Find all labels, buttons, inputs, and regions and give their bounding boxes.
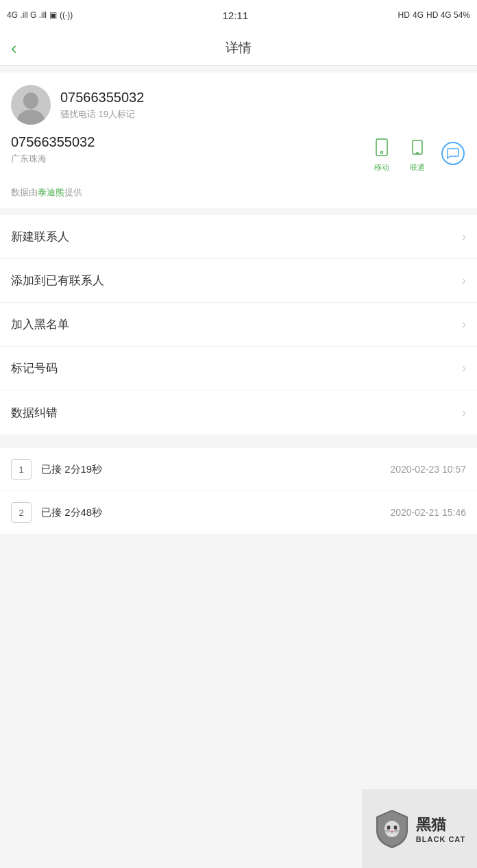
menu-item-label: 数据纠错 bbox=[11, 405, 58, 421]
blackcat-watermark: 黑猫 BLACK CAT bbox=[362, 789, 477, 868]
blackcat-shield-icon bbox=[374, 808, 411, 850]
call-mobile-button[interactable]: 移动 bbox=[369, 134, 395, 173]
call-date: 2020-02-21 15:46 bbox=[390, 507, 466, 518]
menu-list: 新建联系人 › 添加到已有联系人 › 加入黑名单 › 标记号码 › 数据纠错 › bbox=[0, 215, 477, 434]
unicom-icon-wrap bbox=[404, 134, 430, 160]
data-source-prefix: 数据由 bbox=[11, 187, 38, 197]
wifi-icon: ((·)) bbox=[60, 10, 73, 20]
signal-info: 4G .ill G .ill ▣ ((·)) bbox=[7, 10, 73, 20]
menu-item-label: 标记号码 bbox=[11, 360, 58, 376]
menu-item-label: 加入黑名单 bbox=[11, 317, 69, 332]
chevron-right-icon: › bbox=[462, 361, 466, 375]
menu-item[interactable]: 新建联系人 › bbox=[0, 215, 477, 259]
section-gap-1 bbox=[0, 208, 477, 215]
call-index-badge: 1 bbox=[11, 459, 32, 480]
svg-point-6 bbox=[387, 826, 390, 830]
nav-bar: ‹ 详情 bbox=[0, 30, 477, 66]
data-provider-link[interactable]: 泰迪熊 bbox=[38, 187, 64, 197]
sim-icon: ▣ bbox=[49, 10, 57, 20]
blackcat-inner: 黑猫 BLACK CAT bbox=[362, 789, 477, 868]
unicom-label: 联通 bbox=[410, 162, 425, 173]
call-action-icons: 移动 联通 bbox=[369, 134, 466, 173]
hd-label: HD bbox=[398, 10, 410, 20]
call-date: 2020-02-23 10:57 bbox=[390, 464, 466, 475]
chevron-right-icon: › bbox=[462, 317, 466, 332]
blackcat-english-name: BLACK CAT bbox=[416, 835, 465, 843]
contact-card: 07566355032 骚扰电话 19人标记 07566355032 广东珠海 … bbox=[0, 73, 477, 208]
network-label: 4G bbox=[413, 10, 424, 20]
phone-location: 广东珠海 bbox=[11, 153, 95, 165]
mobile-label: 移动 bbox=[374, 162, 389, 173]
menu-item-label: 添加到已有联系人 bbox=[11, 273, 104, 288]
actions-row: 07566355032 广东珠海 移动 联通 bbox=[11, 134, 466, 177]
call-history-item: 1 已接 2分19秒 2020-02-23 10:57 bbox=[0, 448, 477, 491]
chat-button[interactable] bbox=[440, 140, 466, 166]
mobile-icon-wrap bbox=[369, 134, 395, 160]
chevron-right-icon: › bbox=[462, 406, 466, 420]
call-details: 已接 2分19秒 bbox=[41, 463, 380, 476]
menu-item[interactable]: 标记号码 › bbox=[0, 347, 477, 390]
menu-item-label: 新建联系人 bbox=[11, 229, 69, 245]
blackcat-chinese-name: 黑猫 bbox=[416, 815, 446, 835]
menu-item[interactable]: 添加到已有联系人 › bbox=[0, 259, 477, 303]
actions-left: 07566355032 广东珠海 bbox=[11, 134, 95, 165]
avatar bbox=[11, 85, 51, 125]
page-title: 详情 bbox=[225, 39, 252, 57]
chevron-right-icon: › bbox=[462, 230, 466, 244]
svg-point-1 bbox=[23, 92, 38, 109]
phone-number-main: 07566355032 bbox=[11, 134, 95, 150]
svg-point-3 bbox=[384, 821, 400, 837]
battery-percent: HD 4G 54% bbox=[426, 10, 470, 20]
contact-info: 07566355032 骚扰电话 19人标记 bbox=[60, 90, 144, 121]
call-index-badge: 2 bbox=[11, 502, 32, 523]
call-history-item: 2 已接 2分48秒 2020-02-21 15:46 bbox=[0, 491, 477, 534]
data-source-suffix: 提供 bbox=[64, 187, 82, 197]
status-bar: 4G .ill G .ill ▣ ((·)) 12:11 HD 4G HD 4G… bbox=[0, 0, 477, 30]
back-button[interactable]: ‹ bbox=[11, 39, 17, 57]
menu-item[interactable]: 加入黑名单 › bbox=[0, 303, 477, 347]
svg-point-7 bbox=[393, 826, 397, 830]
contact-top-row: 07566355032 骚扰电话 19人标记 bbox=[11, 85, 466, 125]
chat-bubble-icon bbox=[441, 142, 465, 165]
chat-icon-wrap bbox=[440, 140, 466, 166]
chat-svg bbox=[446, 147, 460, 160]
menu-item[interactable]: 数据纠错 › bbox=[0, 390, 477, 434]
blackcat-text: 黑猫 BLACK CAT bbox=[416, 815, 465, 843]
call-status: 已接 2分48秒 bbox=[41, 506, 380, 519]
signal-text: 4G .ill G .ill bbox=[7, 10, 47, 20]
status-time: 12:11 bbox=[223, 10, 249, 21]
chevron-right-icon: › bbox=[462, 273, 466, 288]
contact-tag: 骚扰电话 19人标记 bbox=[60, 108, 144, 121]
avatar-svg bbox=[11, 85, 51, 125]
blackcat-logo: 黑猫 BLACK CAT bbox=[374, 808, 465, 850]
call-unicom-button[interactable]: 联通 bbox=[404, 134, 430, 173]
call-history: 1 已接 2分19秒 2020-02-23 10:57 2 已接 2分48秒 2… bbox=[0, 448, 477, 534]
call-status: 已接 2分19秒 bbox=[41, 463, 380, 476]
data-source-line: 数据由泰迪熊提供 bbox=[11, 181, 466, 199]
section-gap-2 bbox=[0, 434, 477, 441]
contact-number-header: 07566355032 bbox=[60, 90, 144, 106]
status-right-info: HD 4G HD 4G 54% bbox=[398, 10, 470, 20]
mobile-phone-icon bbox=[372, 138, 391, 157]
unicom-phone-icon bbox=[408, 138, 427, 157]
call-details: 已接 2分48秒 bbox=[41, 506, 380, 519]
